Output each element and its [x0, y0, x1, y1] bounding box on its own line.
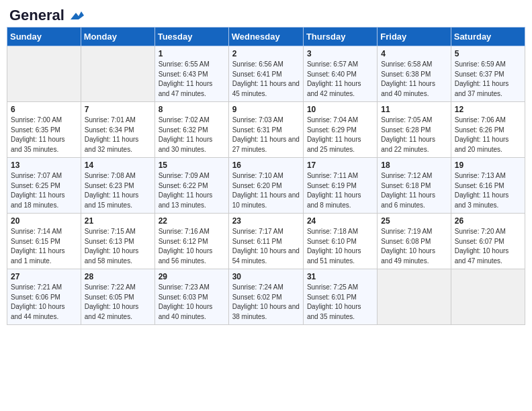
day-number: 10 [307, 105, 373, 114]
day-number: 19 [455, 161, 521, 170]
day-number: 7 [85, 105, 151, 114]
calendar-cell: 30Sunrise: 7:24 AM Sunset: 6:02 PM Dayli… [228, 269, 303, 325]
day-info: Sunrise: 7:08 AM Sunset: 6:23 PM Dayligh… [85, 171, 151, 210]
day-info: Sunrise: 6:58 AM Sunset: 6:38 PM Dayligh… [381, 60, 447, 99]
day-info: Sunrise: 7:20 AM Sunset: 6:07 PM Dayligh… [455, 227, 521, 266]
calendar-cell: 8Sunrise: 7:02 AM Sunset: 6:32 PM Daylig… [154, 102, 228, 158]
day-info: Sunrise: 7:11 AM Sunset: 6:19 PM Dayligh… [307, 171, 373, 210]
calendar-cell: 6Sunrise: 7:00 AM Sunset: 6:35 PM Daylig… [7, 102, 81, 158]
day-number: 5 [455, 49, 521, 58]
calendar-cell: 16Sunrise: 7:10 AM Sunset: 6:20 PM Dayli… [228, 158, 303, 214]
day-number: 9 [232, 105, 300, 114]
weekday-header-tuesday: Tuesday [154, 28, 228, 46]
calendar-cell: 5Sunrise: 6:59 AM Sunset: 6:37 PM Daylig… [451, 46, 525, 102]
day-info: Sunrise: 7:19 AM Sunset: 6:08 PM Dayligh… [381, 227, 447, 266]
day-number: 26 [455, 216, 521, 226]
day-number: 12 [455, 105, 521, 114]
calendar-cell: 22Sunrise: 7:16 AM Sunset: 6:12 PM Dayli… [154, 214, 228, 269]
day-info: Sunrise: 7:21 AM Sunset: 6:06 PM Dayligh… [11, 283, 77, 322]
calendar-cell [7, 46, 81, 102]
calendar-cell: 24Sunrise: 7:18 AM Sunset: 6:10 PM Dayli… [303, 214, 377, 269]
day-number: 17 [307, 161, 373, 170]
calendar-cell: 13Sunrise: 7:07 AM Sunset: 6:25 PM Dayli… [7, 158, 81, 214]
calendar-week-row: 27Sunrise: 7:21 AM Sunset: 6:06 PM Dayli… [7, 269, 525, 325]
day-info: Sunrise: 7:05 AM Sunset: 6:28 PM Dayligh… [381, 116, 447, 154]
weekday-header-friday: Friday [378, 28, 451, 46]
logo-bird-icon [69, 10, 84, 22]
weekday-header-sunday: Sunday [7, 28, 81, 46]
day-info: Sunrise: 7:13 AM Sunset: 6:16 PM Dayligh… [455, 171, 521, 210]
calendar-cell [451, 269, 525, 325]
weekday-header-saturday: Saturday [451, 28, 525, 46]
calendar-cell: 26Sunrise: 7:20 AM Sunset: 6:07 PM Dayli… [451, 214, 525, 269]
calendar-cell: 31Sunrise: 7:25 AM Sunset: 6:01 PM Dayli… [303, 269, 377, 325]
calendar-cell: 14Sunrise: 7:08 AM Sunset: 6:23 PM Dayli… [81, 158, 154, 214]
weekday-header-thursday: Thursday [303, 28, 377, 46]
day-number: 4 [381, 49, 447, 58]
day-info: Sunrise: 7:02 AM Sunset: 6:32 PM Dayligh… [159, 116, 225, 154]
day-info: Sunrise: 7:09 AM Sunset: 6:22 PM Dayligh… [159, 171, 225, 210]
day-info: Sunrise: 7:03 AM Sunset: 6:31 PM Dayligh… [232, 116, 300, 154]
day-info: Sunrise: 7:14 AM Sunset: 6:15 PM Dayligh… [11, 227, 77, 266]
calendar-week-row: 20Sunrise: 7:14 AM Sunset: 6:15 PM Dayli… [7, 214, 525, 269]
calendar-cell: 15Sunrise: 7:09 AM Sunset: 6:22 PM Dayli… [154, 158, 228, 214]
day-number: 25 [381, 216, 447, 226]
calendar-week-row: 1Sunrise: 6:55 AM Sunset: 6:43 PM Daylig… [7, 46, 525, 102]
calendar-week-row: 6Sunrise: 7:00 AM Sunset: 6:35 PM Daylig… [7, 102, 525, 158]
calendar-cell: 28Sunrise: 7:22 AM Sunset: 6:05 PM Dayli… [81, 269, 154, 325]
day-number: 31 [307, 272, 373, 281]
day-info: Sunrise: 7:12 AM Sunset: 6:18 PM Dayligh… [381, 171, 447, 210]
day-number: 8 [159, 105, 225, 114]
calendar-cell: 19Sunrise: 7:13 AM Sunset: 6:16 PM Dayli… [451, 158, 525, 214]
weekday-header-monday: Monday [81, 28, 154, 46]
day-number: 1 [159, 49, 225, 58]
day-number: 21 [85, 216, 151, 226]
calendar-cell: 21Sunrise: 7:15 AM Sunset: 6:13 PM Dayli… [81, 214, 154, 269]
calendar-cell: 3Sunrise: 6:57 AM Sunset: 6:40 PM Daylig… [303, 46, 377, 102]
day-info: Sunrise: 7:15 AM Sunset: 6:13 PM Dayligh… [85, 227, 151, 266]
day-info: Sunrise: 7:10 AM Sunset: 6:20 PM Dayligh… [232, 171, 300, 210]
calendar-cell: 18Sunrise: 7:12 AM Sunset: 6:18 PM Dayli… [378, 158, 451, 214]
calendar-cell: 25Sunrise: 7:19 AM Sunset: 6:08 PM Dayli… [378, 214, 451, 269]
day-number: 13 [11, 161, 77, 170]
day-info: Sunrise: 7:22 AM Sunset: 6:05 PM Dayligh… [85, 283, 151, 322]
calendar-cell: 7Sunrise: 7:01 AM Sunset: 6:34 PM Daylig… [81, 102, 154, 158]
calendar-body: 1Sunrise: 6:55 AM Sunset: 6:43 PM Daylig… [7, 46, 525, 325]
day-number: 18 [381, 161, 447, 170]
calendar-cell: 9Sunrise: 7:03 AM Sunset: 6:31 PM Daylig… [228, 102, 303, 158]
day-number: 24 [307, 216, 373, 226]
day-info: Sunrise: 7:24 AM Sunset: 6:02 PM Dayligh… [232, 283, 300, 322]
day-number: 27 [11, 272, 77, 281]
day-info: Sunrise: 6:55 AM Sunset: 6:43 PM Dayligh… [159, 60, 225, 99]
day-number: 15 [159, 161, 225, 170]
day-number: 3 [307, 49, 373, 58]
calendar-week-row: 13Sunrise: 7:07 AM Sunset: 6:25 PM Dayli… [7, 158, 525, 214]
day-info: Sunrise: 6:57 AM Sunset: 6:40 PM Dayligh… [307, 60, 373, 99]
day-info: Sunrise: 7:06 AM Sunset: 6:26 PM Dayligh… [455, 116, 521, 154]
day-info: Sunrise: 6:59 AM Sunset: 6:37 PM Dayligh… [455, 60, 521, 99]
day-info: Sunrise: 7:00 AM Sunset: 6:35 PM Dayligh… [11, 116, 77, 154]
calendar-cell: 11Sunrise: 7:05 AM Sunset: 6:28 PM Dayli… [378, 102, 451, 158]
day-info: Sunrise: 7:18 AM Sunset: 6:10 PM Dayligh… [307, 227, 373, 266]
calendar-cell: 4Sunrise: 6:58 AM Sunset: 6:38 PM Daylig… [378, 46, 451, 102]
day-info: Sunrise: 6:56 AM Sunset: 6:41 PM Dayligh… [232, 60, 300, 99]
calendar-cell: 1Sunrise: 6:55 AM Sunset: 6:43 PM Daylig… [154, 46, 228, 102]
calendar-cell: 2Sunrise: 6:56 AM Sunset: 6:41 PM Daylig… [228, 46, 303, 102]
day-number: 11 [381, 105, 447, 114]
day-number: 30 [232, 272, 300, 281]
calendar-header: SundayMondayTuesdayWednesdayThursdayFrid… [7, 28, 525, 46]
day-number: 6 [11, 105, 77, 114]
weekday-header-wednesday: Wednesday [228, 28, 303, 46]
calendar-cell: 23Sunrise: 7:17 AM Sunset: 6:11 PM Dayli… [228, 214, 303, 269]
day-number: 2 [232, 49, 300, 58]
day-info: Sunrise: 7:17 AM Sunset: 6:11 PM Dayligh… [232, 227, 300, 266]
day-number: 22 [159, 216, 225, 226]
day-number: 23 [232, 216, 300, 226]
day-number: 20 [11, 216, 77, 226]
day-number: 14 [85, 161, 151, 170]
day-number: 29 [159, 272, 225, 281]
calendar-cell: 17Sunrise: 7:11 AM Sunset: 6:19 PM Dayli… [303, 158, 377, 214]
day-number: 16 [232, 161, 300, 170]
calendar-table: SundayMondayTuesdayWednesdayThursdayFrid… [7, 27, 525, 325]
page-header: General [7, 7, 525, 21]
